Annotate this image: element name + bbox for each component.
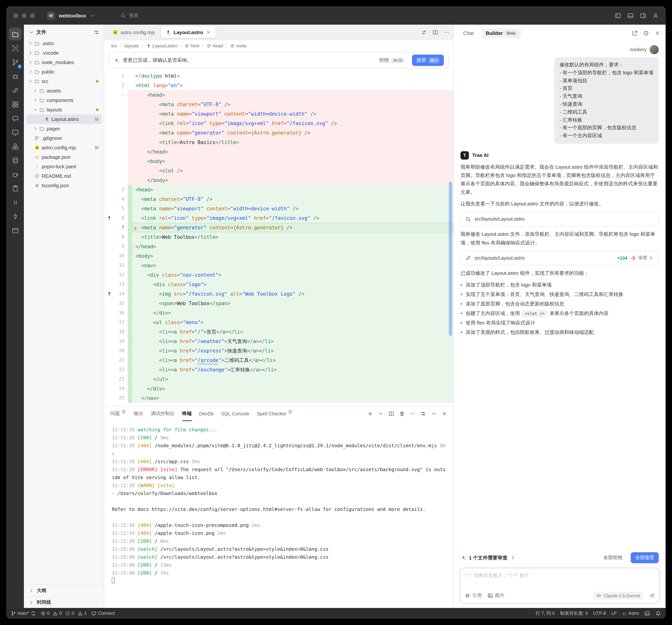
split-icon[interactable]	[432, 29, 438, 35]
breadcrumb-layouts[interactable]: layouts	[124, 43, 139, 49]
diagnostic-circle[interactable]: 0	[65, 610, 74, 616]
tree-item-public[interactable]: public	[26, 67, 101, 76]
account-icon[interactable]	[652, 12, 659, 19]
activity-remote[interactable]	[9, 84, 22, 97]
compare-icon[interactable]	[421, 29, 427, 35]
code-line[interactable]: 8 <title>Web Toolbox</title>	[104, 232, 453, 242]
activity-plugins[interactable]	[9, 210, 22, 223]
breadcrumb-src[interactable]: src	[111, 43, 117, 49]
code-line[interactable]: </head>	[104, 147, 453, 157]
code-line[interactable]: 9</head>	[104, 242, 453, 251]
code-line[interactable]: 19 <li><a href="/weather">天气查询</a></li>	[104, 337, 453, 346]
tab-astro-config[interactable]: JS astro.config.mjs	[108, 26, 160, 38]
terminal-output[interactable]: 11:11:18 watching for file changes...11:…	[104, 421, 453, 608]
tab-builder[interactable]: Builder Beta	[482, 28, 521, 38]
accept-changes-button[interactable]: 接受 ⌘⏎	[412, 54, 444, 66]
reject-changes-button[interactable]: 拒绝 ⌘⌫	[376, 55, 407, 66]
code-line[interactable]: 10<body>	[104, 251, 453, 261]
activity-pause[interactable]	[9, 196, 22, 209]
diagnostic-error-circle[interactable]: 0	[40, 610, 49, 616]
code-line[interactable]: <body>	[104, 157, 453, 166]
export-icon[interactable]	[632, 30, 638, 36]
file-card-read[interactable]: src/layouts/Layout.astro	[460, 212, 659, 226]
send-icon[interactable]	[649, 593, 654, 599]
eol[interactable]: LF	[611, 610, 617, 616]
activity-services[interactable]	[9, 168, 22, 181]
code-line[interactable]: 13 <div class="logo">	[104, 280, 453, 289]
tree-item-components[interactable]: components	[26, 96, 101, 105]
panel-bottom-icon[interactable]	[627, 12, 634, 19]
timeline-section[interactable]: 时间线	[24, 596, 104, 608]
tree-item-pnpm-lock-yaml[interactable]: !pnpm-lock.yaml	[26, 162, 101, 171]
activity-source-control[interactable]: 2	[9, 56, 22, 69]
code-line[interactable]: <meta name="generator" content={Astro.ge…	[104, 128, 453, 138]
filter-icon[interactable]	[94, 29, 99, 35]
tree-item-astro[interactable]: .astro	[26, 39, 101, 48]
dots-icon[interactable]	[444, 29, 450, 35]
breadcrumb-head[interactable]: head	[207, 43, 223, 49]
avatar[interactable]	[650, 45, 659, 54]
review-link[interactable]: 审查	[638, 255, 654, 261]
outline-section[interactable]: 大纲	[24, 584, 104, 596]
tree-item-tsconfig-json[interactable]: tsconfig.json	[26, 181, 101, 190]
tree-item-layouts[interactable]: layouts	[26, 105, 101, 115]
tree-item-package-json[interactable]: {}package.json	[26, 152, 101, 162]
chevron-down-icon[interactable]	[90, 13, 96, 18]
chevron-down-icon[interactable]	[378, 411, 384, 416]
diagnostic-warn-triangle[interactable]: 1	[78, 610, 87, 616]
terminal-tab-spell-checker[interactable]: Spell Checker1	[257, 406, 293, 421]
code-line[interactable]: <title>Astro Basics</title>	[104, 138, 453, 147]
diagnostic-warn-triangle[interactable]: 0	[53, 610, 62, 616]
image-button[interactable]: 图片	[487, 593, 504, 599]
code-line[interactable]: 20 <li><a href="/express">快递查询</a></li>	[104, 346, 453, 356]
activity-search[interactable]	[9, 42, 22, 54]
code-line[interactable]: 15 <span>Web Toolbox</span>	[104, 299, 453, 308]
code-line[interactable]: 17 <ul class="menu">	[104, 318, 453, 327]
chevron-down-icon[interactable]	[28, 79, 33, 84]
tab-size[interactable]: 制表符长度: 4	[560, 610, 588, 617]
code-line[interactable]: <meta name="viewport" content="width=dev…	[104, 109, 453, 119]
code-line[interactable]: <link rel="icon" type="image/svg+xml" hr…	[104, 119, 453, 128]
tree-item-node-modules[interactable]: node_modules	[26, 57, 101, 67]
activity-clipboard[interactable]	[9, 182, 22, 195]
terminal-tab-调试控制台[interactable]: 调试控制台	[151, 406, 174, 421]
code-line[interactable]: 6 <link rel="icon" type="image/svg+xml" …	[104, 213, 453, 223]
close-icon[interactable]	[441, 411, 447, 416]
plus-icon[interactable]	[367, 411, 373, 416]
dots-icon[interactable]	[410, 411, 415, 416]
close-tab-icon[interactable]	[206, 29, 211, 35]
code-line[interactable]: 25 </nav>	[104, 393, 453, 403]
code-line[interactable]: 3<head>	[104, 185, 453, 194]
tree-item-vscode[interactable]: .vscode	[26, 48, 101, 57]
encoding[interactable]: UTF-8	[593, 610, 606, 616]
tree-item-src[interactable]: src	[26, 76, 101, 86]
chevron-right-icon[interactable]	[32, 88, 38, 93]
chevron-right-icon[interactable]	[28, 60, 33, 65]
cursor-position[interactable]: 行 7, 列 5	[535, 610, 555, 617]
global-search[interactable]: 搜索	[121, 12, 138, 19]
file-card-edit[interactable]: src/layouts/Layout.astro +104 -3 审查	[460, 251, 659, 265]
code-line[interactable]: 11 <nav>	[104, 261, 453, 270]
history-icon[interactable]	[643, 30, 649, 36]
code-line[interactable]: 18 <li><a href="/">首页</a></li>	[104, 327, 453, 337]
code-line[interactable]: − <head>	[104, 90, 453, 100]
chat-input[interactable]: “↑↓” 切换历史输入，“⇧⏎” 换行 引用 图片 Claude-3.5-	[460, 568, 659, 603]
code-line[interactable]: 21 <li><a href="/qrcode">二维码工具</a></li>	[104, 356, 453, 365]
chevron-right-icon[interactable]	[28, 50, 33, 55]
code-line[interactable]: 1<!doctype html>	[104, 71, 453, 81]
trash-icon[interactable]	[399, 411, 405, 416]
code-line[interactable]: <slot />	[104, 166, 453, 175]
breadcrumb-layout-astro[interactable]: Layout.astro	[146, 43, 177, 49]
chevron-down-icon[interactable]	[32, 107, 38, 112]
breadcrumb-html[interactable]: html	[185, 43, 199, 49]
tree-item-readme-md[interactable]: README.md	[26, 171, 101, 181]
tab-layout-astro[interactable]: Layout.astro	[161, 26, 216, 38]
traffic-lights[interactable]	[13, 13, 35, 18]
code-line[interactable]: <meta charset="UTF-8" />	[104, 100, 453, 109]
code-line[interactable]: 2<html lang="en">	[104, 81, 453, 90]
chevron-right-icon[interactable]	[32, 98, 38, 103]
chevron-up-icon[interactable]	[431, 411, 437, 416]
code-line[interactable]: </body>	[104, 175, 453, 185]
terminal-tab-输出[interactable]: 输出	[134, 406, 143, 421]
code-line[interactable]: 24 </div>	[104, 384, 453, 393]
